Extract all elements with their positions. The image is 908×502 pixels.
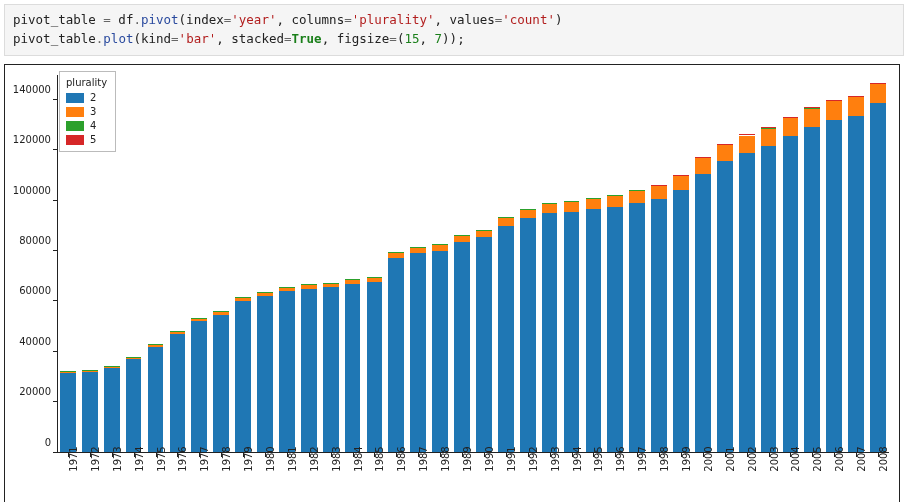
bar-group <box>651 75 667 453</box>
bar-segment <box>213 312 229 316</box>
y-tick-label: 140000 <box>5 83 51 94</box>
x-tick-mark <box>440 453 441 457</box>
bar-segment <box>783 136 799 452</box>
bar-group <box>170 75 186 453</box>
bar-segment <box>651 185 667 186</box>
y-tick-label: 40000 <box>5 335 51 346</box>
bar-segment <box>783 117 799 118</box>
bar-segment <box>345 279 361 284</box>
bar-segment <box>717 144 733 145</box>
bar-group <box>301 75 317 453</box>
x-tick-mark <box>90 453 91 457</box>
bar-segment <box>454 235 470 242</box>
x-tick-mark <box>703 453 704 457</box>
x-tick-mark <box>856 453 857 457</box>
bar-group <box>783 75 799 453</box>
bar-segment <box>410 253 426 452</box>
bar-segment <box>651 186 667 199</box>
bar-segment <box>104 366 120 368</box>
bar-segment <box>170 331 186 334</box>
bar-segment <box>476 237 492 452</box>
bar-segment <box>761 127 777 128</box>
bar-segment <box>388 253 404 259</box>
x-tick-mark <box>309 453 310 457</box>
x-tick-mark <box>769 453 770 457</box>
x-tick-label: 1972 <box>90 446 101 471</box>
x-tick-label: 1995 <box>593 446 604 471</box>
bar-group <box>82 75 98 453</box>
bar-segment <box>148 344 164 347</box>
bar-group <box>848 75 864 453</box>
x-tick-mark <box>68 453 69 457</box>
bar-segment <box>432 245 448 251</box>
bar-segment <box>804 127 820 452</box>
x-tick-mark <box>199 453 200 457</box>
bar-segment <box>629 203 645 452</box>
bar-segment <box>848 97 864 116</box>
x-tick-mark <box>550 453 551 457</box>
bar-segment <box>388 258 404 452</box>
x-tick-mark <box>812 453 813 457</box>
bar-segment <box>564 202 580 212</box>
bar-group <box>804 75 820 453</box>
x-tick-mark <box>353 453 354 457</box>
x-tick-label: 1971 <box>68 446 79 471</box>
bar-segment <box>367 278 383 283</box>
bar-segment <box>848 96 864 97</box>
x-tick-label: 1979 <box>243 446 254 471</box>
bar-segment <box>498 218 514 226</box>
bar-segment <box>739 153 755 453</box>
x-tick-mark <box>506 453 507 457</box>
bar-segment <box>191 318 207 321</box>
x-tick-label: 2006 <box>834 446 845 471</box>
bar-segment <box>542 213 558 452</box>
x-tick-mark <box>790 453 791 457</box>
bar-segment <box>695 158 711 174</box>
x-tick-label: 1997 <box>637 446 648 471</box>
bar-segment <box>870 84 886 103</box>
x-tick-mark <box>878 453 879 457</box>
x-tick-label: 1987 <box>418 446 429 471</box>
x-tick-mark <box>462 453 463 457</box>
x-tick-label: 1994 <box>572 446 583 471</box>
bar-group <box>761 75 777 453</box>
bar-segment <box>564 212 580 453</box>
x-tick-label: 1977 <box>199 446 210 471</box>
bar-group <box>629 75 645 453</box>
bar-segment <box>870 83 886 85</box>
bar-segment <box>673 175 689 176</box>
x-tick-label: 2008 <box>878 446 889 471</box>
x-tick-label: 1989 <box>462 446 473 471</box>
x-tick-label: 1984 <box>353 446 364 471</box>
bar-group <box>520 75 536 453</box>
bar-segment <box>826 120 842 453</box>
bar-segment <box>367 282 383 452</box>
bar-group <box>739 75 755 453</box>
bar-group <box>476 75 492 453</box>
bar-segment <box>82 372 98 452</box>
bar-segment <box>126 359 142 452</box>
x-tick-mark <box>331 453 332 457</box>
x-axis: year 19711972197319741975197619771978197… <box>57 453 889 503</box>
bar-group <box>323 75 339 453</box>
bar-segment <box>586 199 602 210</box>
bar-segment <box>739 136 755 153</box>
y-tick-label: 120000 <box>5 134 51 145</box>
x-tick-label: 2002 <box>747 446 758 471</box>
bar-segment <box>126 357 142 360</box>
x-tick-label: 1974 <box>134 446 145 471</box>
x-tick-mark <box>615 453 616 457</box>
bar-segment <box>695 157 711 158</box>
bar-segment <box>695 174 711 452</box>
y-axis: 020000400006000080000100000120000140000 <box>5 75 57 453</box>
y-tick-label: 20000 <box>5 386 51 397</box>
x-tick-label: 1998 <box>659 446 670 471</box>
x-tick-mark <box>134 453 135 457</box>
bar-group <box>148 75 164 453</box>
x-tick-mark <box>112 453 113 457</box>
x-tick-mark <box>287 453 288 457</box>
bar-segment <box>213 315 229 452</box>
bar-group <box>257 75 273 453</box>
bar-group <box>454 75 470 453</box>
bar-segment <box>235 301 251 452</box>
